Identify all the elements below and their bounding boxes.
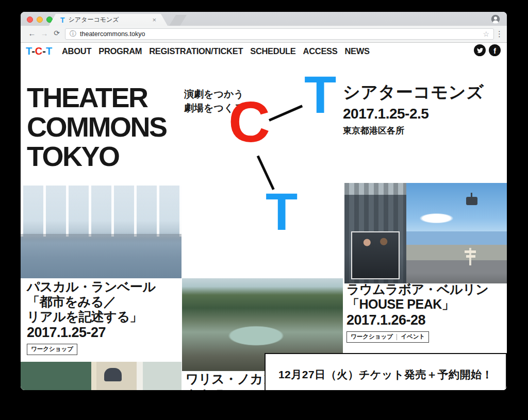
card-pascal[interactable]: パスカル・ランベール 「都市をみる／ リアルを記述する」 2017.1.25-2… — [27, 279, 156, 355]
monogram-letter-c: C — [228, 93, 270, 151]
forward-icon: → — [39, 29, 50, 38]
window-minimize-button[interactable] — [37, 16, 43, 23]
event-venue: 東京都港区各所 — [343, 125, 484, 137]
logo-letter-c: C — [35, 45, 42, 57]
desktop-background: T シアターコモンズ × ← → ⟳ ⓘ theatercommons.toky… — [0, 0, 528, 420]
card-raumlabor[interactable]: ラウムラボア・ベルリン 「HOUSE PEAK」 2017.1.26-28 ワー… — [346, 282, 488, 343]
new-tab-button[interactable] — [169, 15, 187, 26]
url-text[interactable]: theatercommons.tokyo — [80, 30, 483, 38]
event-dates: 2017.1.25-2.5 — [343, 106, 484, 122]
page-content: T-C-T ABOUT PROGRAM REGISTRATION/TICKET … — [21, 43, 507, 390]
tag-divider — [397, 334, 397, 340]
nav-item-schedule[interactable]: SCHEDULE — [250, 46, 295, 56]
facebook-f-glyph: f — [493, 47, 496, 55]
card-raumlabor-tags: ワークショップ イベント — [346, 331, 429, 343]
collage-two-men-photo — [351, 231, 400, 280]
window-close-button[interactable] — [27, 16, 33, 23]
card-image-classroom-photo[interactable] — [21, 362, 182, 390]
logo-dash2: - — [42, 45, 46, 57]
site-logo-tct[interactable]: T-C-T — [26, 45, 52, 57]
hero-title-line1: THEATER — [27, 83, 166, 112]
card-raumlabor-date: 2017.1.26-28 — [346, 312, 488, 328]
profile-avatar-icon[interactable] — [491, 14, 500, 24]
event-info-block: シアターコモンズ 2017.1.25-2.5 東京都港区各所 — [343, 81, 484, 137]
browser-tabstrip: T シアターコモンズ × — [21, 12, 507, 26]
collage-signpost-shape — [469, 248, 471, 265]
collage-cablecar-shape — [466, 197, 477, 205]
card-pascal-title-line2: 「都市をみる／ — [27, 294, 156, 309]
card-pascal-tag-workshop: ワークショップ — [27, 344, 77, 355]
site-header: T-C-T ABOUT PROGRAM REGISTRATION/TICKET … — [21, 43, 507, 60]
social-links: f — [474, 44, 501, 56]
card-image-raumlabor-collage-photo[interactable] — [344, 183, 507, 283]
browser-tab[interactable]: T シアターコモンズ × — [49, 14, 168, 26]
event-title: シアターコモンズ — [343, 81, 484, 104]
twitter-icon[interactable] — [474, 44, 486, 56]
url-bar[interactable]: ⓘ theatercommons.tokyo ☆ — [65, 28, 494, 40]
page-info-icon[interactable]: ⓘ — [70, 29, 76, 39]
hero-title-line3: TOKYO — [27, 142, 166, 171]
tag-label-workshop: ワークショップ — [351, 333, 393, 341]
monogram-letter-t-bottom: T — [266, 186, 298, 238]
logo-letter-t2: T — [46, 45, 52, 57]
nav-item-access[interactable]: ACCESS — [303, 46, 338, 56]
ticket-sale-banner[interactable]: 12月27日（火）チケット発売＋予約開始！ — [265, 353, 507, 390]
logo-letter-t1: T — [26, 45, 31, 57]
card-pascal-date: 2017.1.25-27 — [27, 324, 156, 341]
ticket-sale-banner-text: 12月27日（火）チケット発売＋予約開始！ — [266, 367, 506, 382]
hero-title: THEATER COMMONS TOKYO — [27, 83, 166, 171]
nav-item-registration-ticket[interactable]: REGISTRATION/TICKET — [149, 46, 243, 56]
main-navigation: ABOUT PROGRAM REGISTRATION/TICKET SCHEDU… — [62, 46, 370, 56]
collage-sky-photo — [406, 183, 507, 233]
card-raumlabor-title-line1: ラウムラボア・ベルリン — [346, 282, 488, 297]
tag-label-event: イベント — [401, 333, 425, 341]
reload-icon[interactable]: ⟳ — [52, 29, 62, 37]
collage-mountain-photo — [406, 231, 507, 283]
hero-title-line2: COMMONS — [27, 112, 166, 142]
card-image-pascal-room-photo[interactable] — [21, 186, 182, 278]
monogram-connector-line-upper — [269, 105, 303, 121]
browser-window: T シアターコモンズ × ← → ⟳ ⓘ theatercommons.toky… — [21, 12, 507, 390]
nav-item-about[interactable]: ABOUT — [62, 46, 91, 56]
card-pascal-title-line3: リアルを記述する」 — [27, 309, 156, 324]
tag-label: ワークショップ — [31, 345, 73, 353]
browser-menu-icon[interactable]: ⋮ — [496, 28, 503, 40]
nav-item-program[interactable]: PROGRAM — [98, 46, 142, 56]
back-icon[interactable]: ← — [27, 29, 37, 38]
logo-dash1: - — [31, 45, 35, 57]
facebook-icon[interactable]: f — [489, 44, 501, 56]
nav-item-news[interactable]: NEWS — [345, 46, 370, 56]
bookmark-star-icon[interactable]: ☆ — [483, 30, 489, 38]
tab-close-icon[interactable]: × — [152, 16, 156, 24]
browser-toolbar: ← → ⟳ ⓘ theatercommons.tokyo ☆ ⋮ — [21, 26, 507, 43]
card-pascal-title-line1: パスカル・ランベール — [27, 279, 156, 294]
monogram-letter-t-top: T — [304, 69, 336, 121]
tab-favicon-icon: T — [60, 16, 65, 24]
tab-title: シアターコモンズ — [69, 15, 150, 24]
card-raumlabor-title-line2: 「HOUSE PEAK」 — [346, 297, 488, 312]
